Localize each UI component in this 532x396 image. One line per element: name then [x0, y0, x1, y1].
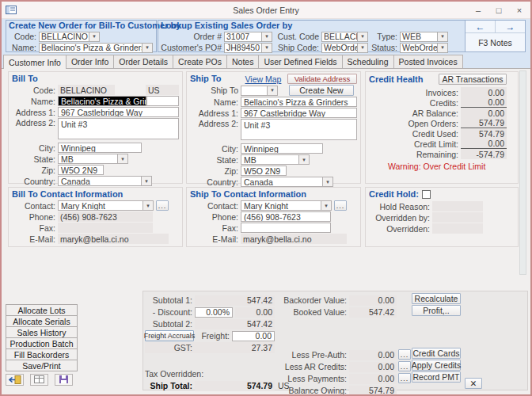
chevron-down-icon[interactable]: ▾	[118, 154, 128, 164]
ship-phone-field[interactable]: (456) 908-7623	[241, 211, 331, 222]
preauth-browse-button[interactable]: ...	[398, 349, 411, 360]
side-button-stack: Allocate Lots Allocate Serials Sales His…	[6, 305, 78, 386]
previous-record-icon[interactable]: ←	[466, 21, 496, 32]
ar-credits-browse-button[interactable]: ...	[398, 361, 411, 371]
overridden-label: Overridden:	[369, 224, 432, 234]
chevron-down-icon[interactable]: ▾	[268, 86, 278, 96]
next-record-icon[interactable]: →	[496, 21, 525, 32]
cust-code-combo[interactable]: BELLACINO ▾	[321, 32, 368, 42]
ship-state-field[interactable]: MB	[241, 154, 299, 165]
tab-posted-invoices[interactable]: Posted Invoices	[393, 55, 463, 68]
chevron-down-icon[interactable]: ▾	[142, 43, 153, 53]
profit-button[interactable]: Profit,..	[412, 305, 461, 316]
ship-fax-label: Fax:	[190, 223, 241, 233]
minimize-icon[interactable]: –	[470, 4, 486, 17]
chevron-down-icon[interactable]: ▾	[358, 43, 368, 53]
ship-name-field[interactable]: Bellacino's Pizza & Grinders	[241, 97, 357, 107]
ship-address1-field[interactable]: 967 Castlebridge Way	[241, 108, 357, 118]
credit-hold-checkbox[interactable]	[422, 190, 431, 199]
bill-fax-label: Fax:	[12, 223, 58, 233]
bill-contact-browse-button[interactable]: ...	[156, 200, 169, 211]
tab-customer-info[interactable]: Customer Info	[3, 55, 66, 69]
bill-country-field[interactable]: Canada	[58, 176, 142, 186]
ship-fax-field[interactable]	[241, 223, 331, 233]
bill-country-label: Country:	[12, 177, 58, 186]
maximize-icon[interactable]: □	[491, 4, 507, 17]
allocate-serials-button[interactable]: Allocate Serials	[6, 315, 78, 327]
code-label: Code:	[9, 32, 39, 41]
chevron-down-icon[interactable]: ▾	[262, 32, 272, 42]
datasheet-icon[interactable]	[30, 374, 48, 386]
subtotal1-value: 547.42	[195, 295, 275, 306]
freight-input[interactable]: 0.00	[232, 331, 275, 341]
fill-backorders-button[interactable]: Fill Backorders	[6, 348, 78, 360]
bill-name-combo[interactable]: Bellacino's Pizza & Grinders ▾	[39, 43, 153, 53]
chevron-down-icon[interactable]: ▾	[89, 32, 100, 42]
production-batch-button[interactable]: Production Batch	[6, 337, 78, 349]
bill-contact-field[interactable]: Mary Knight	[58, 200, 143, 211]
f3-notes-button[interactable]: F3 Notes	[466, 33, 525, 52]
credit-cards-button[interactable]: Credit Cards	[412, 348, 461, 359]
record-pmt-button[interactable]: Record PMT	[412, 371, 461, 383]
bill-address2-field[interactable]: Unit #3	[58, 118, 179, 139]
recalculate-button[interactable]: Recalculate	[412, 293, 461, 304]
tab-user-defined-fields[interactable]: User Defined Fields	[258, 55, 342, 68]
chevron-down-icon[interactable]: ▾	[438, 43, 448, 53]
create-new-button[interactable]: Create New	[289, 85, 354, 96]
validate-address-button[interactable]: Validate Address	[287, 74, 357, 84]
save-icon[interactable]	[55, 374, 73, 386]
ar-transactions-button[interactable]: AR Transactions	[439, 74, 507, 85]
tab-notes[interactable]: Notes	[226, 55, 259, 68]
tab-order-info[interactable]: Order Info	[66, 55, 114, 68]
exit-icon[interactable]	[6, 374, 24, 386]
bill-name-field[interactable]: Bellacino's Pizza & Grinders	[58, 96, 146, 106]
ship-address2-field[interactable]: Unit #3	[241, 119, 357, 140]
chevron-down-icon[interactable]: ▾	[143, 200, 154, 211]
credit-hold-panel: Credit Hold: Hold Reason: Overridden by:…	[365, 187, 519, 247]
cancel-x-button[interactable]: ✕	[465, 378, 482, 389]
bill-zip-field[interactable]: W5O 2N9	[58, 165, 104, 175]
bill-name-field-rest[interactable]	[146, 96, 179, 106]
ship-zip-field[interactable]: W5O 2N9	[241, 166, 287, 176]
bill-city-field[interactable]: Winnipeg	[58, 143, 142, 153]
apply-credits-button[interactable]: Apply Credits	[412, 360, 461, 371]
chevron-down-icon[interactable]: ▾	[299, 154, 310, 165]
ship-country-field[interactable]: Canada	[241, 177, 323, 187]
ship-contact-browse-button[interactable]: ...	[334, 200, 347, 211]
ship-contact-field[interactable]: Mary Knight	[241, 200, 321, 211]
discount-pct-input[interactable]: 0.00%	[195, 307, 233, 318]
chevron-down-icon[interactable]: ▾	[323, 177, 333, 187]
tab-scheduling[interactable]: Scheduling	[342, 55, 394, 68]
allocate-lots-button[interactable]: Allocate Lots	[6, 304, 78, 316]
order-number-combo[interactable]: 31007 ▾	[224, 32, 272, 42]
close-icon[interactable]: ×	[511, 4, 527, 17]
sales-history-button[interactable]: Sales History	[6, 326, 78, 338]
chevron-down-icon[interactable]: ▾	[142, 176, 152, 186]
payments-browse-button[interactable]: ...	[398, 373, 411, 383]
vertical-scrollbar[interactable]	[519, 70, 526, 275]
chevron-down-icon[interactable]: ▾	[438, 32, 448, 42]
gst-value: 27.37	[195, 343, 275, 353]
ship-code-combo[interactable]: WebOrder ▾	[321, 43, 368, 53]
bill-address1-field[interactable]: 967 Castlebridge Way	[58, 107, 179, 117]
view-map-link[interactable]: View Map	[245, 74, 282, 84]
chevron-down-icon[interactable]: ▾	[262, 43, 272, 53]
balance-owing-label: Balance Owing:	[266, 386, 349, 395]
overridden-by-field	[432, 212, 483, 223]
bill-code-combo[interactable]: BELLACINO ▾	[39, 32, 100, 42]
status-combo[interactable]: WebOrder ▾	[400, 43, 448, 53]
overridden-field	[432, 223, 483, 234]
chevron-down-icon[interactable]: ▾	[321, 200, 332, 211]
bill-state-field[interactable]: MB	[58, 154, 118, 164]
tab-create-pos[interactable]: Create POs	[173, 55, 227, 68]
customer-po-combo[interactable]: JH89450 ▾	[224, 43, 272, 53]
freight-accruals-button[interactable]: Freight Accruals	[145, 330, 194, 341]
bill-to-panel: Bill To Code: BELLACINO US Name: Bellaci…	[8, 71, 183, 184]
tab-order-details[interactable]: Order Details	[113, 55, 173, 68]
ship-to-combo[interactable]	[241, 86, 268, 96]
type-combo[interactable]: WEB ▾	[400, 32, 448, 42]
chevron-down-icon[interactable]: ▾	[358, 32, 368, 42]
save-print-button[interactable]: Save/Print	[6, 360, 78, 371]
ship-city-field[interactable]: Winnipeg	[241, 143, 323, 154]
order-totals-panel: Subtotal 1: 547.42 - Discount: 0.00% 0.0…	[142, 291, 528, 390]
